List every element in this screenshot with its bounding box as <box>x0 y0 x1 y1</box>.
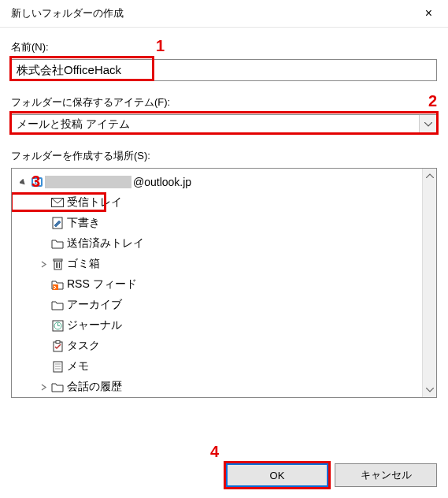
folder-tree[interactable]: E @outlook.jp 受信トレイ 下書き <box>11 168 437 398</box>
tree-item-rss[interactable]: RSS フィード <box>13 274 435 295</box>
dialog-title: 新しいフォルダーの作成 <box>11 6 124 20</box>
tree-item-drafts[interactable]: 下書き <box>13 213 435 233</box>
archive-label: アーカイブ <box>67 298 122 312</box>
journal-label: ジャーナル <box>67 318 122 333</box>
item-type-label: フォルダーに保存するアイテム(F): <box>11 95 437 110</box>
svg-point-11 <box>54 288 55 289</box>
folder-icon <box>50 380 65 394</box>
note-icon <box>50 359 65 374</box>
inbox-label: 受信トレイ <box>67 195 122 210</box>
folder-icon <box>50 298 65 312</box>
scroll-down-icon[interactable] <box>423 383 436 397</box>
tree-item-sent[interactable]: 送信済みトレイ <box>13 233 435 254</box>
item-type-select[interactable]: メールと投稿 アイテム <box>11 114 437 135</box>
tree-item-trash[interactable]: ゴミ箱 <box>13 254 435 274</box>
name-label: 名前(N): <box>11 40 437 54</box>
tree-item-deleted[interactable]: 削除済みアイテム <box>13 397 435 398</box>
trash-icon <box>50 257 65 271</box>
name-input[interactable] <box>11 59 437 81</box>
expander-closed-icon[interactable] <box>37 381 50 393</box>
chevron-down-icon <box>419 115 436 134</box>
scroll-up-icon[interactable] <box>423 169 436 183</box>
tree-item-tasks[interactable]: タスク <box>13 336 435 356</box>
ok-button[interactable]: OK <box>226 463 328 487</box>
folder-icon <box>50 236 65 251</box>
rss-label: RSS フィード <box>67 277 137 292</box>
expander-closed-icon[interactable] <box>37 258 50 270</box>
expander-open-icon[interactable] <box>17 176 29 188</box>
annotation-number-4: 4 <box>210 443 219 461</box>
envelope-icon <box>50 195 65 210</box>
conversation-label: 会話の履歴 <box>67 380 122 394</box>
journal-icon <box>50 318 65 333</box>
close-icon[interactable]: × <box>420 7 437 20</box>
svg-rect-9 <box>54 259 62 261</box>
notes-label: メモ <box>67 359 89 374</box>
tree-root[interactable]: E @outlook.jp <box>13 172 435 192</box>
tree-item-inbox[interactable]: 受信トレイ <box>13 192 435 213</box>
item-type-value: メールと投稿 アイテム <box>12 115 419 134</box>
svg-text:E: E <box>35 178 39 186</box>
account-domain: @outlook.jp <box>133 176 191 188</box>
tree-item-archive[interactable]: アーカイブ <box>13 295 435 315</box>
dialog-titlebar: 新しいフォルダーの作成 × <box>0 0 448 28</box>
location-label: フォルダーを作成する場所(S): <box>11 149 437 163</box>
mailbox-icon: E <box>29 175 45 189</box>
task-icon <box>50 339 65 353</box>
account-name-masked <box>45 176 131 188</box>
sent-label: 送信済みトレイ <box>67 236 144 251</box>
scrollbar[interactable] <box>422 169 436 397</box>
tree-item-notes[interactable]: メモ <box>13 356 435 377</box>
trash-label: ゴミ箱 <box>67 257 100 271</box>
tree-item-conversation[interactable]: 会話の履歴 <box>13 377 435 397</box>
tasks-label: タスク <box>67 339 100 353</box>
rss-icon <box>50 277 65 292</box>
svg-rect-17 <box>56 340 60 343</box>
tree-item-journal[interactable]: ジャーナル <box>13 315 435 336</box>
cancel-button[interactable]: キャンセル <box>335 463 437 487</box>
drafts-label: 下書き <box>67 216 100 230</box>
draft-icon <box>50 216 65 230</box>
